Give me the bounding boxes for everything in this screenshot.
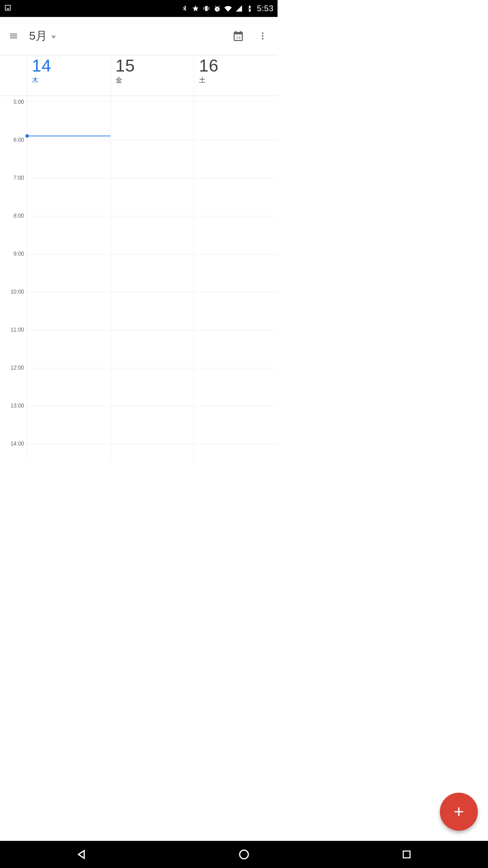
overflow-button[interactable] — [253, 26, 272, 45]
svg-point-2 — [262, 38, 264, 40]
current-time-indicator — [27, 136, 110, 136]
hour-gutter: 5:006:007:008:009:0010:0011:0012:0013:00… — [0, 96, 27, 461]
hour-gridline — [194, 178, 278, 178]
hour-gridline — [27, 444, 110, 444]
hour-gridline — [111, 254, 194, 254]
hour-gridline — [111, 178, 194, 178]
day-header-cell[interactable]: 16 土 — [194, 55, 278, 96]
hour-gridline — [111, 140, 194, 140]
hour-gridline — [27, 140, 110, 140]
hour-label: 7:00 — [14, 175, 24, 181]
hour-label: 13:00 — [11, 403, 24, 409]
day-header-row: 14 木 15 金 16 土 — [0, 55, 278, 96]
day-of-week: 金 — [116, 76, 192, 85]
app-bar: 5月 14 — [0, 17, 278, 55]
hour-gridline — [194, 444, 278, 444]
hamburger-icon — [9, 31, 18, 41]
day-header-cell[interactable]: 15 金 — [111, 55, 195, 96]
hour-gridline — [27, 254, 110, 254]
hour-gridline — [111, 444, 194, 444]
calendar-today-icon: 14 — [232, 30, 244, 42]
hour-gridline — [27, 292, 110, 292]
day-number: 14 — [32, 57, 108, 74]
day-of-week: 土 — [199, 76, 276, 85]
day-column[interactable] — [27, 96, 111, 461]
battery-charging-icon — [246, 5, 253, 12]
hour-gridline — [194, 406, 278, 406]
vibrate-icon — [203, 5, 210, 12]
hour-gridline — [194, 368, 278, 368]
hour-gridline — [27, 330, 110, 330]
month-label: 5月 — [29, 28, 47, 44]
hour-gridline — [27, 178, 110, 178]
hour-gridline — [111, 102, 194, 102]
menu-button[interactable] — [5, 28, 22, 44]
hour-gridline — [111, 406, 194, 406]
hour-label: 6:00 — [14, 137, 24, 143]
svg-point-1 — [262, 35, 264, 37]
dropdown-caret-icon — [51, 36, 56, 39]
today-button[interactable]: 14 — [229, 26, 248, 45]
cell-signal-icon — [235, 5, 243, 12]
day-column[interactable] — [194, 96, 278, 461]
hour-gridline — [194, 216, 278, 216]
day-number: 16 — [199, 57, 276, 74]
hour-gridline — [111, 330, 194, 330]
hour-label: 8:00 — [14, 213, 24, 219]
hour-label: 11:00 — [11, 327, 24, 333]
hour-label: 9:00 — [14, 251, 24, 257]
status-time: 5:53 — [257, 4, 273, 13]
hour-label: 14:00 — [11, 441, 24, 447]
more-vert-icon — [258, 31, 267, 41]
hour-label: 10:00 — [11, 289, 24, 295]
android-status-bar: 5:53 — [0, 0, 278, 17]
day-of-week: 木 — [32, 76, 108, 85]
current-time-dot — [25, 134, 29, 138]
hour-gridline — [27, 368, 110, 368]
alarm-icon — [214, 5, 221, 12]
hour-gridline — [111, 292, 194, 292]
hour-gridline — [27, 216, 110, 216]
star-icon — [192, 5, 199, 12]
calendar-grid[interactable]: 5:006:007:008:009:0010:0011:0012:0013:00… — [0, 96, 278, 461]
hour-label: 5:00 — [14, 99, 24, 105]
picture-icon — [4, 4, 12, 12]
month-dropdown[interactable]: 5月 — [29, 28, 56, 44]
hour-gridline — [194, 140, 278, 140]
hour-gridline — [111, 368, 194, 368]
hour-gridline — [27, 406, 110, 406]
hour-gridline — [194, 292, 278, 292]
day-header-gutter — [0, 55, 27, 96]
bluetooth-icon — [181, 5, 188, 12]
hour-gridline — [111, 216, 194, 216]
hour-gridline — [194, 254, 278, 254]
hour-gridline — [194, 102, 278, 102]
calendar-today-badge: 14 — [236, 35, 241, 40]
svg-point-0 — [262, 33, 264, 34]
day-header-cell[interactable]: 14 木 — [27, 55, 111, 96]
day-column[interactable] — [111, 96, 195, 461]
day-number: 15 — [116, 57, 192, 74]
hour-gridline — [27, 102, 110, 102]
hour-gridline — [194, 330, 278, 330]
hour-label: 12:00 — [11, 365, 24, 371]
wifi-icon — [224, 5, 232, 12]
